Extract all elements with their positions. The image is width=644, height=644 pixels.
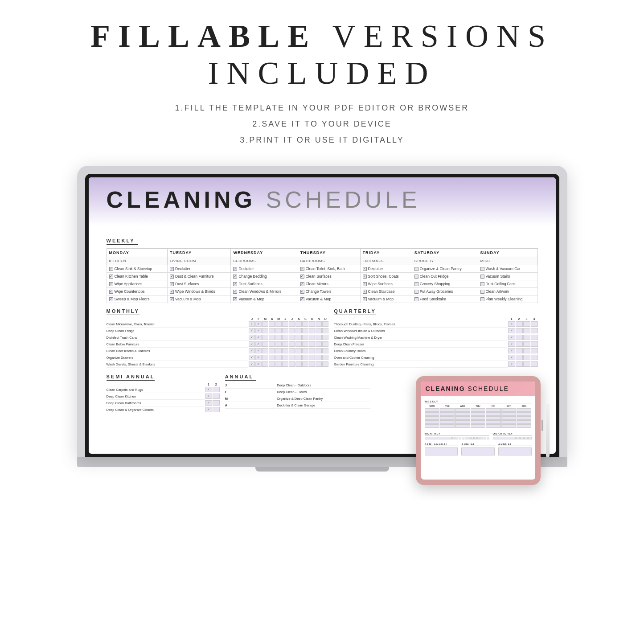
checkbox[interactable] [363, 275, 367, 279]
monthly-grid-cell[interactable] [262, 355, 268, 360]
monthly-grid-cell[interactable] [316, 328, 322, 333]
checkbox[interactable] [414, 275, 418, 279]
checkbox[interactable] [233, 290, 237, 294]
monthly-grid-cell[interactable] [275, 341, 282, 347]
sa-grid-cell[interactable] [213, 387, 220, 392]
quarterly-grid-cell[interactable] [523, 328, 530, 333]
monthly-grid-cell[interactable] [289, 335, 295, 340]
monthly-grid-cell[interactable] [295, 341, 302, 347]
sa-grid-cell[interactable] [213, 407, 220, 412]
checkbox[interactable] [109, 267, 113, 271]
checkbox[interactable] [233, 267, 237, 271]
monthly-grid-cell[interactable] [322, 335, 328, 340]
monthly-grid-cell[interactable] [322, 328, 328, 333]
monthly-grid-cell[interactable] [269, 321, 275, 327]
monthly-grid-cell[interactable] [302, 321, 308, 327]
monthly-grid-cell[interactable] [269, 348, 275, 353]
monthly-grid-cell[interactable] [302, 328, 308, 333]
monthly-grid-cell[interactable] [289, 328, 295, 333]
monthly-grid-cell[interactable] [302, 341, 308, 347]
monthly-grid-cell[interactable] [282, 355, 288, 360]
monthly-grid-cell[interactable] [269, 328, 275, 333]
monthly-grid-cell[interactable] [255, 321, 262, 327]
quarterly-grid-cell[interactable] [508, 335, 515, 340]
monthly-grid-cell[interactable] [322, 361, 328, 367]
quarterly-grid-cell[interactable] [508, 341, 515, 347]
monthly-grid-cell[interactable] [249, 341, 255, 347]
quarterly-grid-cell[interactable] [531, 321, 538, 327]
monthly-grid-cell[interactable] [302, 348, 308, 353]
checkbox[interactable] [170, 290, 174, 294]
quarterly-grid-cell[interactable] [531, 335, 538, 340]
quarterly-grid-cell[interactable] [523, 321, 530, 327]
sa-grid-cell[interactable] [205, 387, 212, 392]
quarterly-grid-cell[interactable] [516, 335, 523, 340]
monthly-grid-cell[interactable] [249, 321, 255, 327]
checkbox[interactable] [300, 275, 304, 279]
quarterly-grid-cell[interactable] [531, 361, 538, 367]
quarterly-grid-cell[interactable] [508, 328, 515, 333]
checkbox[interactable] [480, 290, 484, 294]
monthly-grid-cell[interactable] [322, 348, 328, 353]
checkbox[interactable] [363, 297, 367, 301]
monthly-grid-cell[interactable] [269, 361, 275, 367]
monthly-grid-cell[interactable] [295, 328, 302, 333]
monthly-grid-cell[interactable] [249, 355, 255, 360]
monthly-grid-cell[interactable] [289, 361, 295, 367]
monthly-grid-cell[interactable] [309, 355, 315, 360]
monthly-grid-cell[interactable] [275, 321, 282, 327]
monthly-grid-cell[interactable] [289, 355, 295, 360]
monthly-grid-cell[interactable] [289, 341, 295, 347]
monthly-grid-cell[interactable] [316, 341, 322, 347]
monthly-grid-cell[interactable] [302, 355, 308, 360]
checkbox[interactable] [480, 297, 484, 301]
checkbox[interactable] [233, 297, 237, 301]
checkbox[interactable] [170, 275, 174, 279]
quarterly-grid-cell[interactable] [523, 341, 530, 347]
monthly-grid-cell[interactable] [255, 348, 262, 353]
monthly-grid-cell[interactable] [262, 341, 268, 347]
monthly-grid-cell[interactable] [282, 335, 288, 340]
quarterly-grid-cell[interactable] [523, 355, 530, 360]
checkbox[interactable] [300, 282, 304, 286]
checkbox[interactable] [414, 297, 418, 301]
monthly-grid-cell[interactable] [282, 341, 288, 347]
monthly-grid-cell[interactable] [295, 355, 302, 360]
sa-grid-cell[interactable] [205, 407, 212, 412]
quarterly-grid-cell[interactable] [516, 321, 523, 327]
quarterly-grid-cell[interactable] [531, 348, 538, 353]
sa-grid-cell[interactable] [205, 394, 212, 399]
monthly-grid-cell[interactable] [255, 361, 262, 367]
monthly-grid-cell[interactable] [309, 348, 315, 353]
checkbox[interactable] [170, 267, 174, 271]
checkbox[interactable] [109, 282, 113, 286]
quarterly-grid-cell[interactable] [523, 361, 530, 367]
checkbox[interactable] [414, 267, 418, 271]
quarterly-grid-cell[interactable] [508, 361, 515, 367]
monthly-grid-cell[interactable] [322, 341, 328, 347]
monthly-grid-cell[interactable] [302, 361, 308, 367]
checkbox[interactable] [170, 282, 174, 286]
monthly-grid-cell[interactable] [295, 348, 302, 353]
monthly-grid-cell[interactable] [289, 321, 295, 327]
monthly-grid-cell[interactable] [269, 335, 275, 340]
monthly-grid-cell[interactable] [269, 355, 275, 360]
monthly-grid-cell[interactable] [309, 321, 315, 327]
monthly-grid-cell[interactable] [322, 355, 328, 360]
monthly-grid-cell[interactable] [275, 361, 282, 367]
sa-grid-cell[interactable] [205, 400, 212, 406]
checkbox[interactable] [480, 275, 484, 279]
sa-grid-cell[interactable] [213, 400, 220, 406]
monthly-grid-cell[interactable] [255, 341, 262, 347]
checkbox[interactable] [414, 290, 418, 294]
monthly-grid-cell[interactable] [262, 335, 268, 340]
monthly-grid-cell[interactable] [282, 348, 288, 353]
monthly-grid-cell[interactable] [255, 328, 262, 333]
quarterly-grid-cell[interactable] [516, 348, 523, 353]
monthly-grid-cell[interactable] [262, 361, 268, 367]
monthly-grid-cell[interactable] [316, 335, 322, 340]
monthly-grid-cell[interactable] [275, 355, 282, 360]
checkbox[interactable] [300, 297, 304, 301]
monthly-grid-cell[interactable] [282, 328, 288, 333]
monthly-grid-cell[interactable] [262, 348, 268, 353]
